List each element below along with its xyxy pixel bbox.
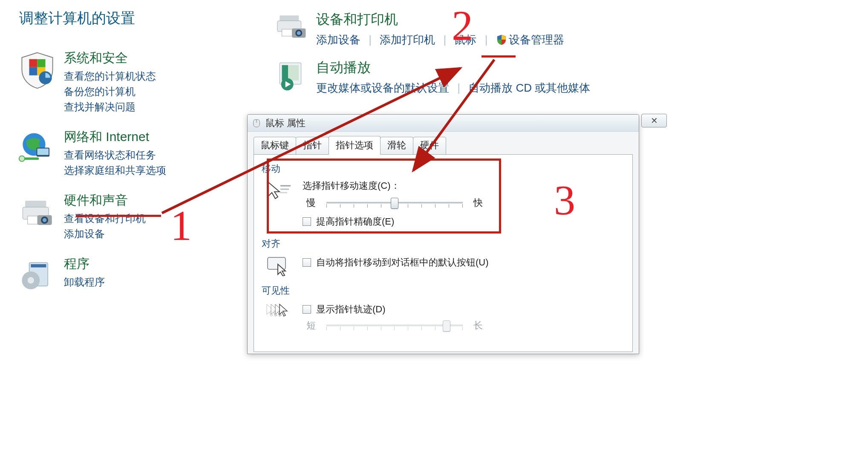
annotation-underline-1 (76, 215, 161, 217)
svg-point-19 (28, 277, 34, 283)
enhance-precision-checkbox[interactable] (303, 217, 311, 226)
tab-mouse-buttons[interactable]: 鼠标键 (254, 137, 296, 155)
category-heading[interactable]: 硬件和声音 (64, 192, 146, 209)
trail-short-label: 短 (303, 319, 320, 332)
enhance-precision-row[interactable]: 提高指针精确度(E) (303, 215, 625, 228)
separator: | (369, 33, 372, 46)
svg-rect-0 (29, 59, 37, 67)
link-change-media-defaults[interactable]: 更改媒体或设备的默认设置 (316, 81, 449, 94)
svg-marker-32 (268, 182, 280, 199)
link-device-manager[interactable]: 设备管理器 (509, 33, 564, 46)
svg-rect-2 (29, 67, 37, 75)
tab-panel-pointer-options: 移动 选择指针移动速度(C)： 慢 (254, 154, 633, 352)
snap-to-row[interactable]: 自动将指针移动到对话框中的默认按钮(U) (303, 256, 625, 269)
pointer-trail-icon (265, 300, 295, 325)
link-add-printer[interactable]: 添加打印机 (380, 33, 435, 46)
category-system-security: 系统和安全 查看您的计算机状态 备份您的计算机 查找并解决问题 (17, 49, 256, 115)
svg-rect-1 (37, 59, 46, 67)
tab-wheel[interactable]: 滑轮 (380, 137, 413, 155)
group-visibility: 可见性 显示指针轨迹(D) (262, 284, 625, 338)
dialog-title-text: 鼠标 属性 (265, 117, 306, 130)
tab-hardware[interactable]: 硬件 (413, 137, 446, 155)
link-autoplay-cd[interactable]: 自动播放 CD 或其他媒体 (468, 81, 590, 94)
svg-rect-36 (268, 257, 285, 269)
pointer-trail-checkbox[interactable] (303, 305, 311, 314)
pointer-speed-icon (265, 178, 295, 203)
shield-windows-icon (17, 49, 58, 90)
annotation-underline-2 (482, 55, 516, 58)
devices-links-row: 添加设备 | 添加打印机 | 鼠标 | 设备管理器 (316, 32, 564, 48)
dialog-titlebar[interactable]: 鼠标 属性 ✕ (248, 115, 639, 132)
enhance-precision-label: 提高指针精确度(E) (316, 215, 394, 228)
category-hardware-sound: 硬件和声音 查看设备和打印机 添加设备 (17, 192, 256, 242)
category-heading[interactable]: 网络和 Internet (64, 128, 166, 146)
link-homegroup-sharing[interactable]: 选择家庭组和共享选项 (64, 164, 166, 177)
control-panel-left: 调整计算机的设置 系统和安全 查看您的计算机状态 备份您的计算机 查找并解决问题 (17, 9, 256, 309)
pointer-speed-slider[interactable] (326, 196, 463, 209)
snap-to-label: 自动将指针移动到对话框中的默认按钮(U) (316, 256, 489, 269)
trail-long-label: 长 (470, 319, 487, 332)
group-motion: 移动 选择指针移动速度(C)： 慢 (262, 162, 625, 231)
svg-rect-7 (37, 149, 49, 155)
slider-fast-label: 快 (470, 196, 487, 209)
svg-point-15 (43, 218, 47, 222)
pointer-speed-slider-row: 慢 快 (303, 196, 625, 209)
link-add-device[interactable]: 添加设备 (316, 33, 360, 46)
dialog-close-button[interactable]: ✕ (641, 114, 667, 127)
category-autoplay: 自动播放 更改媒体或设备的默认设置 | 自动播放 CD 或其他媒体 (273, 57, 861, 95)
category-heading[interactable]: 程序 (64, 255, 105, 273)
network-globe-icon (17, 128, 58, 169)
category-devices-printers: 设备和打印机 添加设备 | 添加打印机 | 鼠标 | 设备管理器 (273, 9, 861, 48)
svg-rect-28 (282, 65, 288, 81)
link-add-device[interactable]: 添加设备 (64, 227, 146, 241)
separator: | (457, 81, 460, 94)
mouse-icon (252, 118, 261, 128)
category-heading[interactable]: 系统和安全 (64, 49, 156, 67)
pointer-trail-slider (326, 319, 463, 332)
page-title: 调整计算机的设置 (19, 9, 256, 28)
tab-pointers[interactable]: 指针 (296, 137, 329, 155)
dialog-body: 鼠标键 指针 指针选项 滑轮 硬件 移动 (248, 132, 639, 354)
link-troubleshoot[interactable]: 查找并解决问题 (64, 100, 156, 114)
tab-pointer-options[interactable]: 指针选项 (329, 136, 381, 155)
group-snap: 对齐 自动将指针移动到对话框中的默认按钮(U) (262, 237, 625, 278)
link-backup-computer[interactable]: 备份您的计算机 (64, 85, 156, 98)
category-heading[interactable]: 设备和打印机 (316, 10, 564, 29)
group-label-snap: 对齐 (262, 237, 625, 250)
category-heading[interactable]: 自动播放 (316, 58, 590, 77)
svg-point-9 (19, 156, 25, 162)
pointer-speed-label: 选择指针移动速度(C)： (303, 179, 625, 192)
snap-to-checkbox[interactable] (303, 258, 311, 267)
snap-to-icon (265, 253, 295, 278)
devices-printers-icon (273, 9, 311, 47)
pointer-trail-row[interactable]: 显示指针轨迹(D) (303, 303, 625, 316)
svg-rect-17 (31, 264, 46, 268)
group-label-visibility: 可见性 (262, 284, 625, 297)
separator: | (443, 33, 446, 46)
pointer-trail-label: 显示指针轨迹(D) (316, 303, 386, 316)
separator: | (485, 33, 488, 46)
pointer-trail-slider-row: 短 长 (303, 319, 625, 332)
control-panel-right: 设备和打印机 添加设备 | 添加打印机 | 鼠标 | 设备管理器 (273, 9, 861, 104)
printer-camera-icon (17, 192, 58, 232)
autoplay-links-row: 更改媒体或设备的默认设置 | 自动播放 CD 或其他媒体 (316, 81, 590, 95)
mouse-properties-dialog: 鼠标 属性 ✕ 鼠标键 指针 指针选项 滑轮 硬件 移动 (247, 114, 639, 354)
svg-rect-10 (25, 201, 46, 208)
uac-shield-icon (496, 34, 507, 48)
link-uninstall-program[interactable]: 卸载程序 (64, 275, 105, 289)
group-label-motion: 移动 (262, 162, 625, 175)
link-view-computer-status[interactable]: 查看您的计算机状态 (64, 69, 156, 83)
autoplay-icon (273, 57, 311, 95)
slider-slow-label: 慢 (303, 196, 320, 209)
programs-box-icon (17, 255, 58, 296)
link-mouse[interactable]: 鼠标 (454, 33, 476, 46)
link-network-status[interactable]: 查看网络状态和任务 (64, 148, 166, 162)
link-devices-printers[interactable]: 查看设备和打印机 (64, 212, 146, 225)
svg-point-25 (297, 31, 301, 35)
category-programs: 程序 卸载程序 (17, 255, 256, 296)
dialog-tabs: 鼠标键 指针 指针选项 滑轮 硬件 (254, 136, 633, 155)
category-network: 网络和 Internet 查看网络状态和任务 选择家庭组和共享选项 (17, 128, 256, 179)
